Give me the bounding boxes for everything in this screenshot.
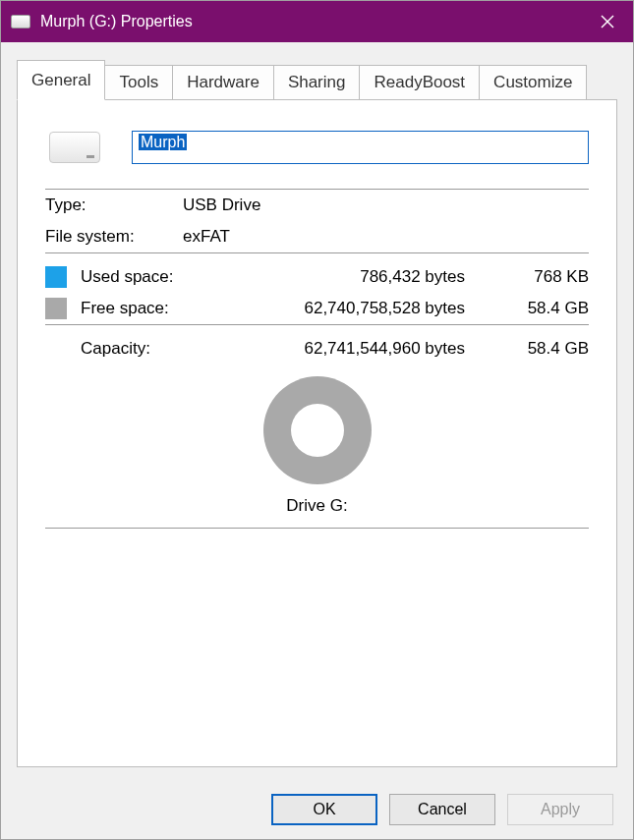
properties-dialog: Murph (G:) Properties General Tools Hard… (0, 0, 634, 840)
used-swatch-icon (45, 266, 67, 288)
free-human: 58.4 GB (500, 299, 589, 318)
usage-donut-icon (263, 376, 372, 484)
divider (45, 252, 589, 253)
free-bytes: 62,740,758,528 bytes (208, 299, 500, 318)
cancel-button[interactable]: Cancel (389, 794, 495, 825)
type-value: USB Drive (183, 196, 589, 215)
dialog-footer: OK Cancel Apply (1, 780, 633, 839)
usage-chart (45, 363, 589, 490)
volume-name-input[interactable]: Murph (132, 131, 589, 164)
type-label: Type: (45, 196, 183, 215)
content-area: General Tools Hardware Sharing ReadyBoos… (1, 42, 633, 780)
free-space-row: Free space: 62,740,758,528 bytes 58.4 GB (45, 293, 589, 324)
titlebar[interactable]: Murph (G:) Properties (1, 1, 633, 42)
used-label: Used space: (81, 267, 208, 287)
capacity-bytes: 62,741,544,960 bytes (208, 339, 500, 359)
tab-tools[interactable]: Tools (105, 65, 173, 100)
tab-hardware[interactable]: Hardware (173, 65, 274, 100)
volume-name-text: Murph (139, 134, 187, 150)
divider (45, 528, 589, 529)
ok-button[interactable]: OK (271, 794, 377, 825)
capacity-human: 58.4 GB (500, 339, 589, 359)
capacity-row: Capacity: 62,741,544,960 bytes 58.4 GB (45, 325, 589, 363)
drive-large-icon (45, 128, 104, 167)
free-label: Free space: (81, 299, 208, 318)
drive-caption: Drive G: (45, 490, 589, 528)
close-icon (601, 15, 614, 28)
close-button[interactable] (582, 1, 633, 42)
tab-readyboost[interactable]: ReadyBoost (360, 65, 480, 100)
apply-button: Apply (507, 794, 613, 825)
tab-panel-general: Murph Type: USB Drive File system: exFAT… (17, 99, 617, 767)
used-bytes: 786,432 bytes (208, 267, 500, 287)
tabstrip: General Tools Hardware Sharing ReadyBoos… (17, 60, 617, 100)
filesystem-label: File system: (45, 227, 183, 247)
tab-sharing[interactable]: Sharing (274, 65, 361, 100)
used-space-row: Used space: 786,432 bytes 768 KB (45, 261, 589, 293)
used-human: 768 KB (500, 267, 589, 287)
filesystem-value: exFAT (183, 227, 589, 247)
tab-customize[interactable]: Customize (480, 65, 587, 100)
capacity-label: Capacity: (81, 339, 208, 359)
window-title: Murph (G:) Properties (40, 13, 582, 30)
free-swatch-icon (45, 298, 67, 319)
drive-icon (11, 15, 30, 28)
tab-general[interactable]: General (17, 60, 105, 100)
